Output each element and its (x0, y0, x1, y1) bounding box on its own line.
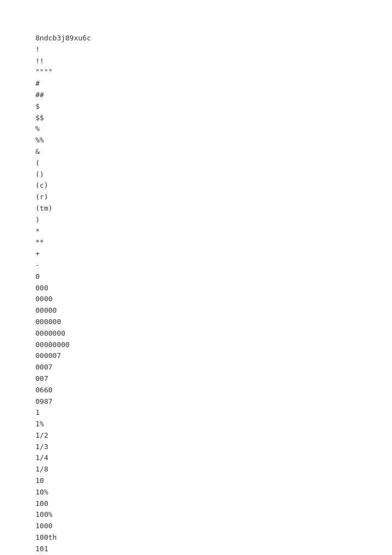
list-item: () (35, 169, 392, 181)
list-item: (c) (35, 180, 392, 192)
list-item: ) (35, 214, 392, 226)
list-item: ## (35, 89, 392, 101)
list-item: 000 (35, 283, 392, 294)
list-item: 1 (35, 407, 392, 419)
list-item: 007 (35, 373, 392, 385)
list-item: 0 (35, 271, 392, 283)
list-item: 10% (35, 487, 392, 498)
list-item: 0000 (35, 294, 392, 305)
list-item: 10 (35, 475, 392, 487)
list-item: 101 (35, 544, 392, 555)
list-item: (r) (35, 192, 392, 203)
list-item: 1/4 (35, 452, 392, 464)
list-item: 100th (35, 532, 392, 544)
list-item: 00000000 (35, 339, 392, 351)
list-item: 8ndcb3j89xu6c (35, 33, 392, 44)
list-item: %% (35, 135, 392, 146)
list-item: 0987 (35, 396, 392, 408)
list-item: + (35, 248, 392, 260)
list-item: ** (35, 237, 392, 248)
list-item: ! (35, 44, 392, 56)
list-item: 100 (35, 498, 392, 510)
list-item: 1000 (35, 521, 392, 532)
list-item: !! (35, 56, 392, 67)
list-item: 1/2 (35, 430, 392, 441)
list-item: 1% (35, 419, 392, 430)
list-item: 000000 (35, 317, 392, 328)
list-item: & (35, 146, 392, 158)
list-item: 00000 (35, 305, 392, 317)
list-item: 0660 (35, 385, 392, 396)
list-item: # (35, 78, 392, 89)
list-item: * (35, 226, 392, 237)
list-item: $$ (35, 112, 392, 124)
list-item: """" (35, 67, 392, 78)
list-item: - (35, 260, 392, 271)
list-item: $ (35, 101, 392, 112)
list-item: 000007 (35, 350, 392, 362)
list-item: 1/3 (35, 441, 392, 453)
main-content: 8ndcb3j89xu6c!!!""""###$$$%%%&(()(c)(r)(… (35, 33, 392, 555)
list-item: 1/8 (35, 464, 392, 475)
list-item: % (35, 123, 392, 135)
list-item: 0000000 (35, 328, 392, 339)
list-item: ( (35, 158, 392, 169)
list-item: 100% (35, 509, 392, 521)
list-item: 0007 (35, 362, 392, 373)
list-item: (tm) (35, 203, 392, 214)
